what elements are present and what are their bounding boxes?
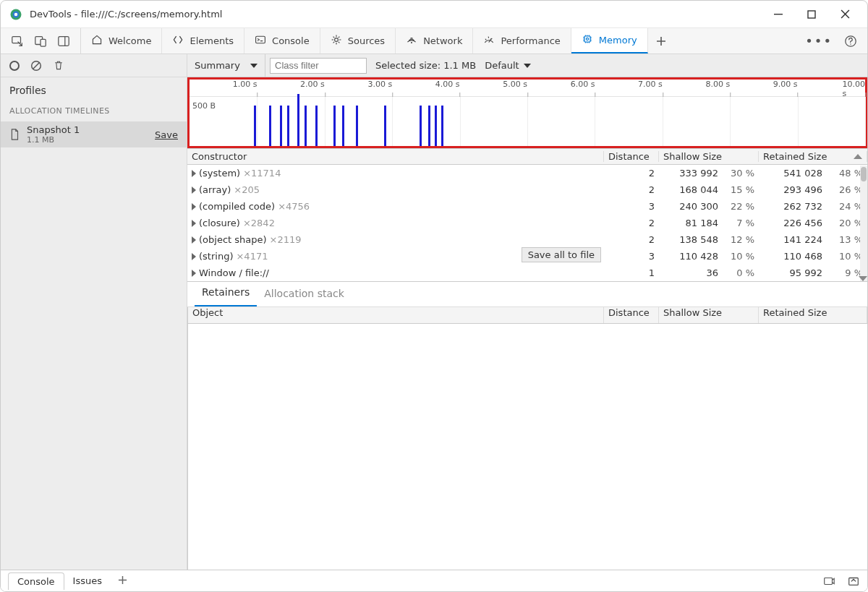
allocation-bar[interactable] [420,106,422,146]
inspect-element-icon[interactable] [11,35,24,48]
retainers-tabs: RetainersAllocation stack [187,281,867,307]
tab-elements[interactable]: Elements [162,28,244,53]
more-tools-icon[interactable]: ••• [805,33,833,48]
allocation-bar[interactable] [254,106,256,146]
snapshot-icon [8,128,21,141]
home-icon [91,34,103,48]
selected-size-label: Selected size: 1.1 MB [375,60,476,71]
table-row[interactable]: Window / file://1360 %95 9929 % [187,265,867,281]
tab-console[interactable]: Console [244,28,320,53]
timeline-tick: 3.00 s [367,80,392,89]
snapshot-save-link[interactable]: Save [155,129,178,140]
tab-sources[interactable]: Sources [320,28,396,53]
allocation-bar[interactable] [305,106,307,146]
svg-rect-7 [41,39,46,46]
allocation-bar[interactable] [333,106,336,146]
expand-icon[interactable] [192,253,196,260]
col-distance-2[interactable]: Distance [604,307,659,323]
status-bar: Console Issues [1,570,867,591]
issues-drawer-tab[interactable]: Issues [64,572,111,589]
help-icon[interactable] [844,35,857,48]
add-drawer-tab-button[interactable] [111,575,135,587]
tab-label: Performance [501,35,560,46]
tab-label: Network [423,35,462,46]
tab-network[interactable]: Network [396,28,473,53]
class-filter-input[interactable] [270,58,367,74]
expand-icon[interactable] [192,270,196,277]
allocation-bar[interactable] [435,106,437,146]
clear-button[interactable] [30,59,43,72]
tab-welcome[interactable]: Welcome [81,28,162,53]
allocation-bar[interactable] [269,106,271,146]
expand-down-icon[interactable] [859,276,867,281]
tab-label: Memory [599,35,637,46]
cell-distance: 1 [604,267,659,278]
tab-performance[interactable]: Performance [473,28,571,53]
allocation-bar[interactable] [384,106,386,146]
tab-memory[interactable]: Memory [571,28,648,53]
cell-distance: 2 [604,234,659,245]
allocation-bar[interactable] [342,106,344,146]
maximize-button[interactable] [795,4,828,25]
col-shallow-2[interactable]: Shallow Size [659,307,759,323]
instance-count: ×4756 [278,201,310,212]
performance-icon [483,34,495,48]
retainers-tab-retainers[interactable]: Retainers [195,280,257,306]
table-row[interactable]: (system) ×117142333 99230 %541 02848 % [187,165,867,181]
col-distance[interactable]: Distance [604,151,659,162]
dock-side-icon[interactable] [57,35,70,48]
cell-retained: 541 028 [759,168,827,179]
network-icon [406,34,417,48]
timeline-tick: 10.00 s [843,80,866,98]
allocation-bar[interactable] [356,106,358,146]
col-constructor[interactable]: Constructor [187,151,604,162]
elements-icon [172,34,184,48]
close-button[interactable] [828,4,861,25]
table-row[interactable]: (closure) ×2842281 1847 %226 45620 % [187,215,867,231]
expand-icon[interactable] [192,203,196,210]
record-button[interactable] [9,61,20,71]
summary-dropdown[interactable]: Summary [187,54,265,77]
allocation-bar[interactable] [297,94,299,146]
save-all-to-file-tooltip: Save all to file [522,247,601,262]
timeline-tick: 9.00 s [773,80,798,89]
constructor-name: (system) [199,168,240,179]
expand-icon[interactable] [192,186,196,194]
allocation-bar[interactable] [287,106,289,146]
cell-retained: 110 468 [759,251,827,262]
table-row[interactable]: (compiled code) ×47563240 30022 %262 732… [187,198,867,215]
default-dropdown[interactable]: Default [485,60,531,71]
console-drawer-tab[interactable]: Console [8,572,64,590]
col-retained[interactable]: Retained Size [759,151,867,162]
trash-icon[interactable] [53,59,66,72]
cell-shallow-pct: 10 % [723,251,759,262]
add-tab-button[interactable] [648,36,674,46]
device-toolbar-icon[interactable] [34,35,47,48]
expand-icon[interactable] [192,236,196,244]
expand-icon[interactable] [192,220,196,227]
col-retained-2[interactable]: Retained Size [759,307,867,323]
allocation-bar[interactable] [428,106,430,146]
minimize-button[interactable] [762,4,795,25]
allocation-bar[interactable] [315,106,318,146]
allocation-bar[interactable] [441,106,443,146]
expand-icon[interactable] [192,170,196,177]
cell-retained: 293 496 [759,184,827,195]
col-object[interactable]: Object [188,307,604,323]
table-row[interactable]: (object shape) ×21192138 54812 %141 2241… [187,231,867,248]
whats-new-icon[interactable] [822,575,835,588]
expand-drawer-icon[interactable] [847,575,860,588]
svg-rect-4 [808,11,815,18]
cell-shallow: 81 184 [659,218,723,228]
snapshot-row[interactable]: Snapshot 1 1.1 MB Save [1,121,187,147]
table-row[interactable]: (array) ×2052168 04415 %293 49626 % [187,181,867,198]
table-scrollbar[interactable] [860,166,867,281]
cell-retained: 262 732 [759,201,827,212]
col-shallow[interactable]: Shallow Size [659,151,759,162]
allocation-bar[interactable] [280,106,282,146]
retainers-tab-allocation-stack[interactable]: Allocation stack [257,282,352,306]
allocation-timeline[interactable]: 1.00 s2.00 s3.00 s4.00 s5.00 s6.00 s7.00… [187,77,867,148]
cell-shallow: 333 992 [659,168,723,179]
allocation-timelines-label: ALLOCATION TIMELINES [1,102,187,121]
cell-shallow-pct: 15 % [723,184,759,195]
